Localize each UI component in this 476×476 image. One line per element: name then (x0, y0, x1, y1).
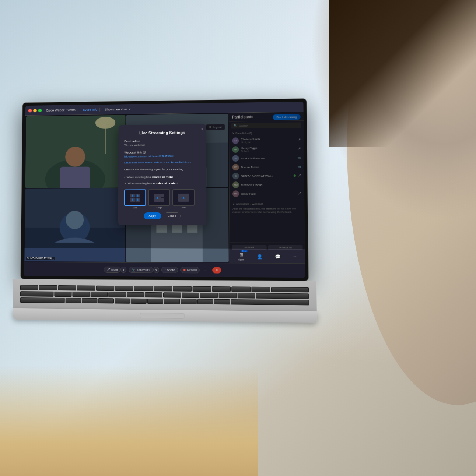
cancel-button[interactable]: Cancel (164, 212, 181, 219)
key[interactable] (72, 292, 90, 297)
no-shared-content-row[interactable]: ∨ When meeting has no shared content (124, 180, 200, 187)
key[interactable] (271, 287, 309, 292)
mute-label: Mute (111, 268, 118, 271)
person-icon: 👤 (257, 254, 262, 259)
key[interactable] (145, 292, 162, 298)
key[interactable] (115, 286, 133, 291)
mute-dropdown-button[interactable]: ∨ (121, 267, 127, 273)
apps-label: Apps (238, 258, 244, 261)
key[interactable] (197, 299, 213, 304)
key[interactable] (200, 293, 218, 298)
stage-label: Stage (156, 207, 162, 209)
shared-content-row[interactable]: › When meeting has shared content (124, 174, 200, 180)
key[interactable] (77, 285, 95, 290)
webcast-link[interactable]: https://www.ustream.tv/channel/23605958 … (124, 155, 200, 158)
key[interactable] (163, 292, 181, 298)
layout-thumbnails: 👤 👤 👤 👤 Grid (124, 189, 201, 209)
record-label: Record (187, 268, 197, 272)
panel-bottom-icons: ⊞ Beta Apps 👤 💬 (232, 252, 303, 261)
dialog-title: Live Streaming Settings (124, 130, 200, 135)
minimize-window-button[interactable] (33, 109, 37, 112)
shared-content-label: When meeting has shared content (127, 175, 173, 179)
choose-layout-text: Choose the streaming layout for your mee… (124, 168, 200, 171)
show-menu-bar[interactable]: Show menu bar ∨ (105, 107, 131, 111)
layout-thumb-stage[interactable]: 👤 (148, 189, 170, 206)
key[interactable] (256, 293, 309, 299)
key[interactable] (96, 286, 114, 291)
share-label: Share (167, 268, 175, 272)
participants-icon-button[interactable]: 👤 (257, 254, 262, 259)
key[interactable] (66, 298, 81, 303)
key[interactable] (181, 299, 196, 304)
more-icon: ··· (293, 255, 297, 259)
apps-icon: ⊞ (239, 252, 243, 257)
apps-button[interactable]: ⊞ Beta Apps (238, 252, 244, 261)
key[interactable] (90, 292, 108, 297)
key[interactable] (237, 293, 255, 299)
trackpad[interactable] (140, 313, 185, 319)
maximize-window-button[interactable] (38, 109, 42, 112)
share-icon: ↑ (164, 268, 166, 272)
laptop: Cisco Webex Events | Event Info | Show m… (20, 98, 317, 323)
key[interactable] (154, 286, 172, 292)
key[interactable] (115, 298, 130, 304)
grid-label: Grid (133, 207, 137, 209)
key[interactable] (173, 286, 192, 292)
screen-inner: Cisco Webex Events | Event Info | Show m… (24, 102, 305, 278)
key[interactable] (39, 285, 57, 290)
apply-button[interactable]: Apply (144, 212, 161, 219)
key[interactable] (147, 299, 163, 304)
stop-video-button[interactable]: 📷 Stop video (129, 267, 153, 273)
key[interactable] (58, 285, 76, 290)
key[interactable] (127, 292, 144, 297)
key[interactable] (212, 286, 231, 292)
bottom-toolbar: 🎤 Mute ∨ 📷 Stop video ∨ (24, 262, 305, 278)
key[interactable] (20, 285, 38, 290)
dialog-actions: Apply Cancel (124, 212, 201, 219)
close-window-button[interactable] (28, 109, 32, 112)
key[interactable] (20, 297, 65, 303)
key[interactable] (134, 286, 153, 291)
key[interactable] (182, 293, 199, 298)
key[interactable] (82, 298, 97, 303)
more-options-button[interactable]: ··· (293, 255, 297, 259)
layout-thumb-grid[interactable]: 👤 👤 👤 👤 (124, 189, 146, 206)
destination-label: Destination (124, 139, 200, 143)
chat-icon-button[interactable]: 💬 (275, 254, 281, 259)
learn-more-link[interactable]: Learn more about events, webcasts, and k… (124, 161, 191, 164)
chat-icon: 💬 (275, 254, 281, 259)
key[interactable] (98, 298, 113, 303)
webcast-link-label: Webcast link ⓘ (124, 150, 200, 155)
key-row-3 (20, 297, 309, 305)
more-options-icon: ··· (204, 268, 207, 272)
scene: Cisco Webex Events | Event Info | Show m… (0, 0, 476, 476)
dialog-close-button[interactable]: × (201, 127, 203, 131)
live-streaming-dialog: × Live Streaming Settings Destination We… (118, 124, 207, 225)
video-group: 📷 Stop video ∨ (129, 267, 159, 273)
more-options-toolbar-button[interactable]: ··· (202, 266, 210, 274)
camera-icon: 📷 (132, 268, 135, 271)
share-button[interactable]: ↑ Share (161, 267, 178, 273)
end-call-button[interactable]: ✕ (212, 267, 221, 273)
record-button[interactable]: ⏺ Record (180, 267, 200, 273)
focus-label: Focus (181, 207, 186, 209)
stop-video-label: Stop video (136, 268, 150, 271)
no-shared-content-label: When meeting has no shared content (128, 181, 178, 185)
mic-icon: 🎤 (106, 268, 110, 271)
key[interactable] (131, 299, 147, 304)
key[interactable] (164, 299, 180, 304)
key[interactable] (232, 286, 251, 292)
mute-button[interactable]: 🎤 Mute (104, 267, 120, 273)
event-info-link[interactable]: Event Info (83, 108, 97, 112)
key[interactable] (108, 292, 126, 297)
key[interactable] (251, 287, 270, 292)
key[interactable] (55, 292, 72, 297)
key[interactable] (192, 286, 211, 292)
video-dropdown-button[interactable]: ∨ (153, 267, 159, 273)
key-enter[interactable] (231, 299, 309, 305)
key[interactable] (218, 293, 237, 298)
layout-thumb-focus[interactable]: 👤 (172, 189, 195, 206)
key[interactable] (214, 299, 230, 305)
key[interactable] (20, 291, 54, 297)
mute-group: 🎤 Mute ∨ (104, 267, 126, 273)
